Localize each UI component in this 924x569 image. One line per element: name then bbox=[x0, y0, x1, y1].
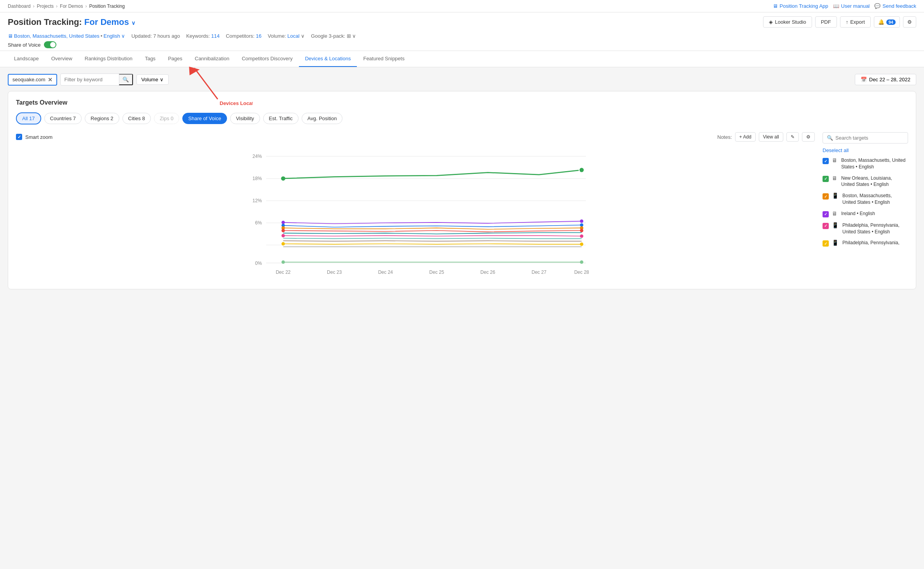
project-name[interactable]: For Demos bbox=[84, 17, 129, 27]
target-device-2-icon: 📱 bbox=[832, 193, 838, 199]
location-icon: 🖥 bbox=[8, 33, 13, 39]
notification-button[interactable]: 🔔 94 bbox=[874, 16, 900, 28]
grid-icon: ⊞ bbox=[347, 33, 353, 39]
filter-tab-zips[interactable]: Zips 0 bbox=[154, 113, 179, 124]
tab-overview[interactable]: Overview bbox=[45, 51, 79, 67]
user-manual-link[interactable]: 📖 User manual bbox=[833, 3, 870, 9]
breadcrumb-dashboard[interactable]: Dashboard bbox=[8, 4, 31, 9]
notes-add-button[interactable]: + Add bbox=[735, 132, 756, 142]
target-checkbox-3[interactable] bbox=[823, 211, 829, 217]
svg-point-20 bbox=[281, 221, 285, 224]
send-feedback-label: Send feedback bbox=[882, 3, 916, 9]
chart-svg-wrapper: 24% 18% 12% 6% 0% Dec 22 Dec 23 Dec 24 D… bbox=[16, 148, 815, 281]
settings-button[interactable]: ⚙ bbox=[903, 16, 916, 28]
svg-text:Dec 24: Dec 24 bbox=[378, 270, 393, 275]
smart-zoom-checkbox[interactable] bbox=[16, 134, 22, 140]
metric-tab-share-of-voice[interactable]: Share of Voice bbox=[182, 113, 227, 124]
target-checkbox-4[interactable] bbox=[823, 223, 829, 229]
svg-text:Dec 27: Dec 27 bbox=[531, 270, 546, 275]
target-checkbox-0[interactable] bbox=[823, 158, 829, 164]
header-buttons: ◈ Looker Studio PDF ↑ Export 🔔 94 ⚙ bbox=[763, 16, 916, 28]
keywords-meta: Keywords: 114 bbox=[186, 33, 220, 39]
metric-tab-visibility[interactable]: Visibility bbox=[230, 113, 260, 124]
top-bar: Dashboard › Projects › For Demos › Posit… bbox=[0, 0, 924, 12]
chat-icon: 💬 bbox=[874, 3, 880, 9]
targets-overview-card: Targets Overview All 17 Countries 7 Regi… bbox=[8, 91, 916, 289]
breadcrumb-projects[interactable]: Projects bbox=[37, 4, 54, 9]
tab-competitors-discovery[interactable]: Competitors Discovery bbox=[236, 51, 299, 67]
nav-tabs: Landscape Overview Rankings Distribution… bbox=[0, 51, 924, 67]
page-header: Position Tracking: For Demos ∨ ◈ Looker … bbox=[0, 12, 924, 51]
share-of-voice-row: Share of Voice bbox=[8, 41, 916, 51]
location-text: Boston, Massachusetts, United States bbox=[14, 33, 100, 39]
metric-tab-avg-position[interactable]: Avg. Position bbox=[302, 113, 343, 124]
remove-filter-button[interactable]: ✕ bbox=[48, 77, 52, 83]
tab-cannibalization[interactable]: Cannibalization bbox=[189, 51, 236, 67]
share-of-voice-label: Share of Voice bbox=[8, 42, 41, 48]
svg-text:Dec 25: Dec 25 bbox=[429, 270, 444, 275]
user-manual-label: User manual bbox=[841, 3, 870, 9]
notification-badge: 94 bbox=[886, 19, 896, 25]
project-dropdown-arrow[interactable]: ∨ bbox=[131, 20, 135, 26]
toolbar: seoquake.com ✕ 🔍 Volume ∨ 📅 Dec 22 – 28,… bbox=[8, 74, 916, 86]
smart-zoom-left: Smart zoom bbox=[16, 134, 52, 140]
search-targets-field[interactable] bbox=[835, 135, 904, 141]
tab-rankings-distribution[interactable]: Rankings Distribution bbox=[79, 51, 139, 67]
target-device-0-icon: 🖥 bbox=[832, 157, 837, 163]
target-text-1: New Orleans, Louisiana, United States • … bbox=[841, 175, 907, 188]
search-targets-input: 🔍 bbox=[823, 132, 908, 144]
metric-tab-est-traffic[interactable]: Est. Traffic bbox=[263, 113, 299, 124]
volume-dropdown[interactable]: ∨ bbox=[301, 33, 305, 39]
date-range-label: Dec 22 – 28, 2022 bbox=[869, 77, 910, 82]
breadcrumb-current: Position Tracking bbox=[89, 4, 124, 9]
domain-filter-tag: seoquake.com ✕ bbox=[8, 74, 57, 86]
svg-point-31 bbox=[580, 242, 583, 246]
smart-zoom-row: Smart zoom Notes: + Add View all ✎ ⚙ bbox=[16, 132, 815, 142]
bell-icon: 🔔 bbox=[878, 19, 884, 25]
svg-text:Dec 23: Dec 23 bbox=[327, 270, 342, 275]
breadcrumb-for-demos[interactable]: For Demos bbox=[60, 4, 83, 9]
tab-featured-snippets[interactable]: Featured Snippets bbox=[357, 51, 410, 67]
location-link[interactable]: 🖥 Boston, Massachusetts, United States •… bbox=[8, 33, 125, 39]
keyword-filter-field[interactable] bbox=[61, 75, 119, 84]
google-3pack-dropdown[interactable]: ∨ bbox=[352, 33, 356, 39]
export-icon: ↑ bbox=[846, 19, 849, 25]
filter-tab-all[interactable]: All 17 bbox=[16, 112, 41, 124]
filter-tab-regions[interactable]: Regions 2 bbox=[85, 113, 119, 124]
tab-pages[interactable]: Pages bbox=[162, 51, 189, 67]
target-item-0: 🖥 Boston, Massachusetts, United States •… bbox=[823, 157, 907, 170]
position-tracking-app-link[interactable]: 🖥 Position Tracking App bbox=[773, 3, 828, 9]
svg-point-19 bbox=[579, 167, 584, 172]
book-icon: 📖 bbox=[833, 3, 839, 9]
tab-tags[interactable]: Tags bbox=[139, 51, 162, 67]
share-of-voice-toggle[interactable] bbox=[44, 41, 56, 48]
target-item-3: 🖥 Ireland • English bbox=[823, 210, 907, 217]
filter-tab-cities[interactable]: Cities 8 bbox=[122, 113, 151, 124]
target-checkbox-5[interactable] bbox=[823, 240, 829, 247]
svg-point-30 bbox=[281, 242, 285, 245]
export-button[interactable]: ↑ Export bbox=[840, 16, 871, 28]
notes-view-all-button[interactable]: View all bbox=[759, 132, 783, 142]
breadcrumb-sep-1: › bbox=[33, 4, 35, 9]
tab-landscape[interactable]: Landscape bbox=[8, 51, 45, 67]
gear-icon: ⚙ bbox=[907, 19, 912, 25]
filter-tab-countries[interactable]: Countries 7 bbox=[44, 113, 82, 124]
looker-studio-button[interactable]: ◈ Looker Studio bbox=[763, 16, 812, 28]
tab-devices-locations[interactable]: Devices & Locations bbox=[299, 51, 357, 67]
deselect-all-button[interactable]: Deselect all bbox=[823, 147, 908, 153]
location-dropdown[interactable]: ∨ bbox=[121, 33, 125, 39]
target-device-5-icon: 📱 bbox=[832, 240, 838, 246]
svg-text:Dec 26: Dec 26 bbox=[480, 270, 495, 275]
send-feedback-link[interactable]: 💬 Send feedback bbox=[874, 3, 916, 9]
notes-settings-button[interactable]: ⚙ bbox=[802, 132, 815, 142]
target-checkbox-2[interactable] bbox=[823, 193, 829, 200]
pdf-button[interactable]: PDF bbox=[815, 16, 837, 28]
date-range-button[interactable]: 📅 Dec 22 – 28, 2022 bbox=[855, 74, 916, 85]
volume-dropdown-arrow: ∨ bbox=[160, 77, 164, 82]
notes-edit-button[interactable]: ✎ bbox=[786, 132, 799, 142]
target-checkbox-1[interactable] bbox=[823, 176, 829, 182]
keyword-search-button[interactable]: 🔍 bbox=[119, 74, 133, 85]
svg-text:0%: 0% bbox=[255, 261, 262, 266]
volume-filter-button[interactable]: Volume ∨ bbox=[136, 74, 169, 85]
looker-icon: ◈ bbox=[769, 19, 773, 25]
